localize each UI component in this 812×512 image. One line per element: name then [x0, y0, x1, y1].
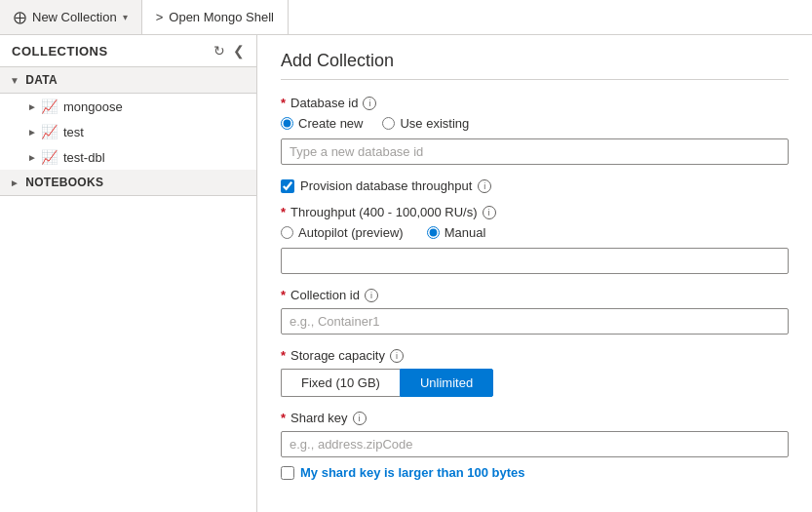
main-layout: COLLECTIONS ↻ ❮ ▼ DATA ► 📈 mongoose ► 📈 …: [0, 35, 812, 512]
autopilot-option[interactable]: Autopilot (preview): [281, 225, 404, 240]
data-chevron-icon: ▼: [10, 75, 19, 86]
database-id-label: Database id: [290, 96, 358, 110]
collection-id-label-row: * Collection id i: [281, 288, 789, 302]
collection-id-info-icon[interactable]: i: [365, 289, 378, 302]
throughput-group: * Throughput (400 - 100,000 RU/s) i Auto…: [281, 205, 789, 274]
manual-label: Manual: [445, 225, 486, 240]
collection-id-group: * Collection id i: [281, 288, 789, 335]
provision-checkbox-row: Provision database throughput i: [281, 178, 789, 193]
throughput-label-row: * Throughput (400 - 100,000 RU/s) i: [281, 205, 789, 219]
sidebar-header-icons: ↻ ❮: [213, 43, 245, 59]
terminal-icon: >: [156, 10, 164, 24]
shard-key-info-icon[interactable]: i: [353, 412, 367, 425]
test-db-icon: 📈: [41, 124, 58, 139]
throughput-radio-group: Autopilot (preview) Manual: [281, 225, 789, 240]
data-section: ▼ DATA ► 📈 mongoose ► 📈 test ► 📈 test-db…: [0, 67, 256, 170]
test-dbl-label: test-dbl: [63, 150, 105, 165]
test-chevron-icon: ►: [27, 127, 37, 138]
use-existing-radio[interactable]: [382, 117, 395, 130]
database-id-group: * Database id i Create new Use existing: [281, 96, 789, 165]
mongoose-label: mongoose: [63, 99, 123, 114]
database-id-required-star: *: [281, 96, 286, 110]
shard-key-note-highlight: 100 bytes: [467, 465, 524, 480]
storage-capacity-label-row: * Storage capacity i: [281, 348, 789, 363]
test-dbl-db-icon: 📈: [41, 149, 58, 165]
new-collection-icon: ⨁: [14, 10, 26, 24]
collection-id-label: Collection id: [290, 288, 360, 302]
list-item[interactable]: ► 📈 test-dbl: [0, 144, 256, 170]
shard-key-input[interactable]: [281, 431, 789, 457]
new-collection-button[interactable]: ⨁ New Collection ▾: [0, 0, 142, 34]
shard-key-note-checkbox[interactable]: [281, 466, 294, 480]
shard-key-note-row: My shard key is larger than 100 bytes: [281, 465, 789, 480]
fixed-storage-button[interactable]: Fixed (10 GB): [281, 369, 400, 397]
notebooks-section-header[interactable]: ► NOTEBOOKS: [0, 170, 256, 196]
mongoose-db-icon: 📈: [41, 98, 58, 114]
storage-capacity-info-icon[interactable]: i: [390, 349, 404, 363]
collection-id-input[interactable]: [281, 308, 789, 335]
collections-header-title: COLLECTIONS: [12, 44, 108, 59]
throughput-input[interactable]: 400: [281, 248, 789, 274]
sidebar: COLLECTIONS ↻ ❮ ▼ DATA ► 📈 mongoose ► 📈 …: [0, 35, 257, 512]
storage-buttons: Fixed (10 GB) Unlimited: [281, 369, 789, 397]
notebooks-section-label: NOTEBOOKS: [25, 176, 103, 189]
storage-required-star: *: [281, 348, 286, 363]
test-dbl-chevron-icon: ►: [27, 152, 37, 163]
provision-info-icon[interactable]: i: [478, 179, 491, 193]
right-panel: Add Collection * Database id i Create ne…: [257, 35, 812, 512]
shard-key-note-text: My shard key is larger than: [300, 465, 467, 480]
provision-checkbox-label[interactable]: Provision database throughput: [300, 178, 472, 193]
manual-option[interactable]: Manual: [427, 225, 486, 240]
collection-id-required-star: *: [281, 288, 286, 302]
open-mongo-shell-button[interactable]: > Open Mongo Shell: [142, 0, 289, 34]
storage-capacity-group: * Storage capacity i Fixed (10 GB) Unlim…: [281, 348, 789, 397]
collapse-button[interactable]: ❮: [233, 43, 245, 59]
database-id-radio-group: Create new Use existing: [281, 116, 789, 131]
list-item[interactable]: ► 📈 mongoose: [0, 94, 256, 119]
test-label: test: [63, 125, 84, 139]
database-id-label-row: * Database id i: [281, 96, 789, 110]
toolbar: ⨁ New Collection ▾ > Open Mongo Shell: [0, 0, 812, 35]
use-existing-label: Use existing: [400, 116, 469, 131]
database-id-info-icon[interactable]: i: [363, 97, 376, 110]
panel-title: Add Collection: [281, 51, 789, 80]
data-section-header[interactable]: ▼ DATA: [0, 67, 256, 94]
provision-checkbox[interactable]: [281, 179, 294, 193]
list-item[interactable]: ► 📈 test: [0, 119, 256, 144]
database-id-input[interactable]: [281, 138, 789, 165]
shard-key-label: Shard key: [290, 411, 348, 425]
shard-key-label-row: * Shard key i: [281, 411, 789, 425]
unlimited-storage-button[interactable]: Unlimited: [400, 369, 493, 397]
create-new-radio[interactable]: [281, 117, 293, 130]
data-section-label: DATA: [25, 73, 58, 87]
use-existing-option[interactable]: Use existing: [382, 116, 469, 131]
storage-capacity-label: Storage capacity: [290, 348, 385, 363]
autopilot-radio[interactable]: [281, 226, 293, 239]
refresh-button[interactable]: ↻: [213, 43, 225, 59]
shard-key-note-label[interactable]: My shard key is larger than 100 bytes: [300, 465, 525, 480]
shard-key-required-star: *: [281, 411, 286, 425]
notebooks-chevron-icon: ►: [10, 177, 19, 188]
sidebar-header: COLLECTIONS ↻ ❮: [0, 35, 256, 67]
new-collection-label: New Collection: [32, 10, 117, 24]
autopilot-label: Autopilot (preview): [298, 225, 404, 240]
shard-key-group: * Shard key i My shard key is larger tha…: [281, 411, 789, 480]
mongoose-chevron-icon: ►: [27, 101, 37, 112]
create-new-label: Create new: [298, 116, 363, 131]
create-new-option[interactable]: Create new: [281, 116, 363, 131]
throughput-info-icon[interactable]: i: [483, 206, 496, 219]
manual-radio[interactable]: [427, 226, 440, 239]
chevron-down-icon: ▾: [123, 12, 128, 22]
open-mongo-shell-label: Open Mongo Shell: [169, 10, 274, 24]
throughput-label: Throughput (400 - 100,000 RU/s): [290, 205, 478, 219]
throughput-required-star: *: [281, 205, 286, 219]
notebooks-section: ► NOTEBOOKS: [0, 170, 256, 196]
